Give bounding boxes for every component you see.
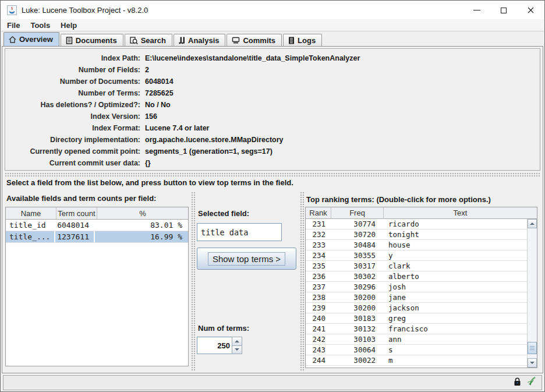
column-header-rank[interactable]: Rank	[306, 207, 331, 218]
term-row[interactable]: 234 30355 y	[306, 250, 527, 261]
app-window: Luke: Lucene Toolbox Project - v8.2.0 Fi…	[0, 0, 545, 392]
spinner-down-button[interactable]	[232, 346, 242, 355]
fields-table-header: Name Term count %	[6, 207, 188, 220]
term-row[interactable]: 232 30720 tonight	[306, 229, 527, 240]
term-rank: 235	[306, 261, 331, 271]
arrow-up-icon	[530, 223, 535, 225]
term-row[interactable]: 235 30317 clark	[306, 261, 527, 271]
column-header-text[interactable]: Text	[384, 207, 537, 218]
selected-field-input[interactable]	[197, 223, 282, 241]
minimize-button[interactable]	[463, 1, 490, 19]
field-name: title_id	[6, 220, 55, 231]
term-row[interactable]: 242 30103 ann	[306, 334, 527, 345]
tab-search[interactable]: Search	[125, 34, 172, 46]
info-row: Index Path: E:\lucene\indexes\standalone…	[5, 52, 540, 64]
menu-item-tools[interactable]: Tools	[25, 21, 55, 30]
term-row[interactable]: 240 30183 greg	[306, 313, 527, 324]
tab-strip: Overview Documents Search Analysis Commi…	[1, 31, 544, 46]
info-row: Index Format: Lucene 7.4 or later	[5, 122, 540, 134]
info-value: No / No	[145, 101, 540, 109]
term-text: ricardo	[384, 219, 527, 229]
java-logo-icon	[6, 5, 17, 16]
tab-analysis[interactable]: Analysis	[174, 34, 225, 46]
term-row[interactable]: 233 30484 house	[306, 240, 527, 250]
column-header-term-count[interactable]: Term count	[56, 207, 97, 219]
info-value: 6048014	[145, 77, 540, 86]
column-header-freq[interactable]: Freq	[331, 207, 384, 218]
thumb-grip	[530, 348, 535, 348]
scroll-down-button[interactable]	[528, 358, 537, 368]
column-header-percent[interactable]: %	[97, 207, 188, 219]
term-text: jackson	[384, 303, 527, 313]
term-text: clark	[384, 261, 527, 271]
term-row[interactable]: 238 30200 jane	[306, 292, 527, 303]
close-button[interactable]	[517, 1, 544, 19]
term-rank: 238	[306, 292, 331, 302]
term-row[interactable]: 237 30296 josh	[306, 282, 527, 292]
info-value: org.apache.lucene.store.MMapDirectory	[145, 136, 540, 144]
term-row[interactable]: 236 30302 alberto	[306, 271, 527, 282]
info-row: Number of Documents: 6048014	[5, 76, 540, 87]
info-label: Index Version:	[5, 112, 145, 121]
vertical-splitter-right[interactable]	[300, 192, 305, 371]
num-terms-input[interactable]	[197, 337, 232, 354]
horizontal-splitter[interactable]	[5, 172, 540, 177]
term-row[interactable]: 231 30774 ricardo	[306, 219, 527, 229]
info-label: Number of Terms:	[5, 89, 145, 97]
term-rank: 234	[306, 250, 331, 260]
spinner-up-button[interactable]	[232, 337, 242, 346]
field-row[interactable]: title_... 1237611 16.99 %	[6, 231, 188, 243]
term-freq: 30200	[331, 292, 384, 302]
thumb-grip	[530, 346, 535, 347]
window-title: Luke: Lucene Toolbox Project - v8.2.0	[22, 6, 148, 15]
menu-item-file[interactable]: File	[2, 21, 25, 30]
term-rank: 232	[306, 229, 331, 239]
scrollbar-thumb[interactable]	[528, 342, 537, 354]
show-top-terms-button-label: Show top terms >	[208, 252, 285, 266]
maximize-button[interactable]	[490, 1, 517, 19]
term-row[interactable]: 243 30064 s	[306, 345, 527, 355]
maximize-icon	[501, 8, 507, 13]
thumb-grip	[530, 349, 535, 350]
term-freq: 30200	[331, 303, 384, 313]
term-row[interactable]: 244 30022 m	[306, 355, 527, 366]
term-freq: 30484	[331, 240, 384, 250]
field-row[interactable]: title_id 6048014 83.01 %	[6, 220, 188, 231]
term-rank: 244	[306, 355, 331, 365]
show-top-terms-button[interactable]: Show top terms >	[197, 248, 296, 270]
info-label: Index Path:	[5, 54, 145, 62]
column-header-name[interactable]: Name	[6, 207, 56, 219]
terms-panel-title: Top ranking terms: (Double-click for mor…	[306, 195, 491, 204]
term-row[interactable]: 241 30132 francisco	[306, 324, 527, 334]
top-terms-panel: Top ranking terms: (Double-click for mor…	[305, 192, 539, 371]
window-controls	[463, 1, 544, 19]
tab-overview[interactable]: Overview	[3, 32, 59, 46]
term-rank: 240	[306, 313, 331, 323]
field-term-count: 6048014	[55, 220, 95, 231]
field-term-count: 1237611	[55, 231, 95, 242]
menu-item-help[interactable]: Help	[55, 21, 82, 30]
term-freq: 30064	[331, 345, 384, 355]
vertical-splitter-left[interactable]	[191, 192, 196, 371]
tab-logs[interactable]: Logs	[283, 34, 322, 46]
selected-field-panel: Selected field: Show top terms > Num of …	[197, 192, 299, 371]
term-freq: 30355	[331, 250, 384, 260]
tab-label: Logs	[298, 36, 316, 45]
arrow-down-icon	[530, 362, 535, 364]
terms-scrollbar[interactable]	[527, 219, 537, 368]
term-text: greg	[384, 313, 527, 323]
term-freq: 30720	[331, 229, 384, 239]
analysis-icon	[179, 37, 185, 44]
term-rank: 241	[306, 324, 331, 334]
term-text: ann	[384, 334, 527, 344]
tab-commits[interactable]: Commits	[227, 34, 282, 46]
term-rank: 233	[306, 240, 331, 250]
tab-documents[interactable]: Documents	[61, 34, 123, 46]
logs-icon	[288, 37, 295, 44]
term-text: jane	[384, 292, 527, 302]
term-rank: 239	[306, 303, 331, 313]
term-row[interactable]: 239 30200 jackson	[306, 303, 527, 313]
info-row: Index Version: 156	[5, 111, 540, 122]
available-fields-panel: Available fields and term counts per fie…	[5, 192, 190, 371]
scroll-up-button[interactable]	[528, 219, 537, 228]
